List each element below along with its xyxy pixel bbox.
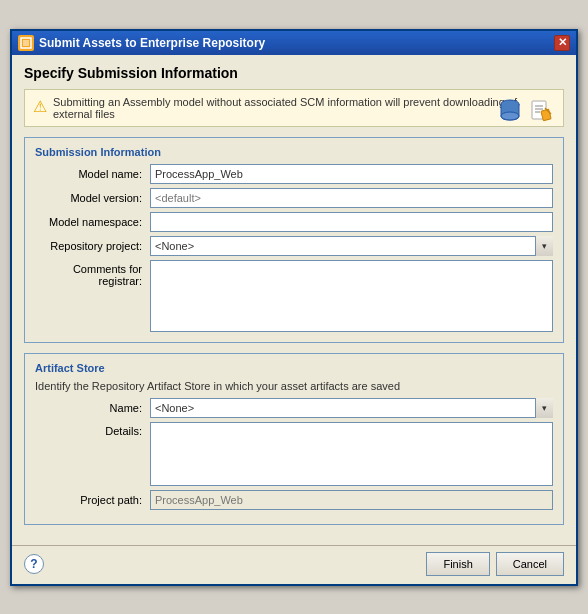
warning-banner: ⚠ Submitting an Assembly model without a… bbox=[24, 89, 564, 127]
header-icons bbox=[496, 96, 555, 124]
details-textarea[interactable] bbox=[150, 422, 553, 486]
model-name-input[interactable] bbox=[150, 164, 553, 184]
details-label: Details: bbox=[35, 422, 150, 437]
artifact-description: Identify the Repository Artifact Store i… bbox=[35, 380, 553, 392]
model-namespace-row: Model namespace: bbox=[35, 212, 553, 232]
artifact-name-row: Name: <None> ▾ bbox=[35, 398, 553, 418]
project-path-input bbox=[150, 490, 553, 510]
footer: ? Finish Cancel bbox=[12, 545, 576, 584]
window-icon bbox=[18, 35, 34, 51]
edit-icon bbox=[527, 96, 555, 124]
model-version-input[interactable] bbox=[150, 188, 553, 208]
submission-section: Submission Information Model name: Model… bbox=[24, 137, 564, 343]
comments-textarea[interactable] bbox=[150, 260, 553, 332]
project-path-row: Project path: bbox=[35, 490, 553, 510]
database-icon bbox=[496, 96, 524, 124]
title-bar: Submit Assets to Enterprise Repository ✕ bbox=[12, 31, 576, 55]
dialog-content: Specify Submission Information ⚠ Submitt… bbox=[12, 55, 576, 545]
artifact-name-label: Name: bbox=[35, 402, 150, 414]
artifact-name-select[interactable]: <None> bbox=[150, 398, 553, 418]
repository-project-row: Repository project: <None> ▾ bbox=[35, 236, 553, 256]
artifact-section: Artifact Store Identify the Repository A… bbox=[24, 353, 564, 525]
svg-point-5 bbox=[501, 112, 519, 120]
warning-icon: ⚠ bbox=[33, 97, 47, 116]
finish-button[interactable]: Finish bbox=[426, 552, 489, 576]
main-window: Submit Assets to Enterprise Repository ✕… bbox=[10, 29, 578, 586]
window-title: Submit Assets to Enterprise Repository bbox=[39, 36, 265, 50]
model-namespace-input[interactable] bbox=[150, 212, 553, 232]
repository-project-select[interactable]: <None> bbox=[150, 236, 553, 256]
repository-project-select-wrapper: <None> ▾ bbox=[150, 236, 553, 256]
comments-label: Comments for registrar: bbox=[35, 260, 150, 287]
submission-section-label: Submission Information bbox=[35, 146, 553, 158]
model-version-row: Model version: bbox=[35, 188, 553, 208]
model-name-label: Model name: bbox=[35, 168, 150, 180]
help-button[interactable]: ? bbox=[24, 554, 44, 574]
details-row: Details: bbox=[35, 422, 553, 486]
artifact-name-select-wrapper: <None> ▾ bbox=[150, 398, 553, 418]
page-title: Specify Submission Information bbox=[24, 65, 564, 81]
repository-project-label: Repository project: bbox=[35, 240, 150, 252]
cancel-button[interactable]: Cancel bbox=[496, 552, 564, 576]
model-namespace-label: Model namespace: bbox=[35, 216, 150, 228]
model-version-label: Model version: bbox=[35, 192, 150, 204]
close-button[interactable]: ✕ bbox=[554, 35, 570, 51]
comments-row: Comments for registrar: bbox=[35, 260, 553, 332]
model-name-row: Model name: bbox=[35, 164, 553, 184]
artifact-section-label: Artifact Store bbox=[35, 362, 553, 374]
warning-text: Submitting an Assembly model without ass… bbox=[53, 96, 555, 120]
project-path-label: Project path: bbox=[35, 494, 150, 506]
footer-buttons: Finish Cancel bbox=[426, 552, 564, 576]
